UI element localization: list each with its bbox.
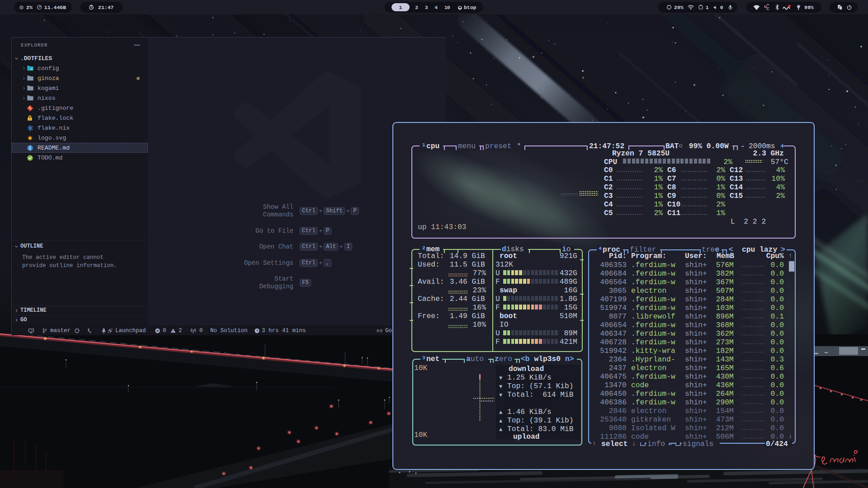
svg-text:C: C: [766, 7, 769, 10]
